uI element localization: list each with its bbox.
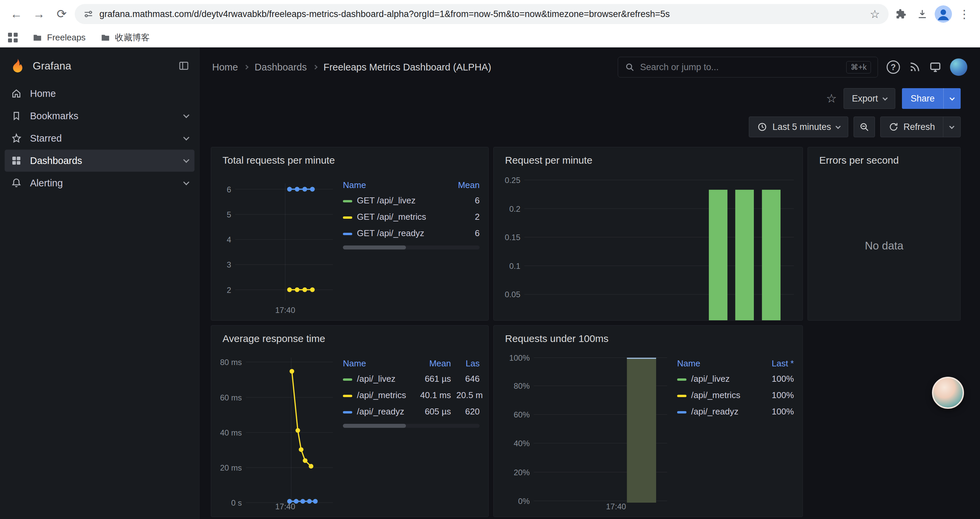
legend-column-name[interactable]: Name [340, 356, 416, 371]
refresh-button[interactable]: Refresh [880, 117, 961, 137]
dashboard-actions: ☆ Export Share [199, 87, 980, 110]
breadcrumb-dashboards[interactable]: Dashboards [255, 62, 307, 73]
legend-column-last[interactable]: Las [453, 356, 482, 371]
search-input[interactable]: Search or jump to... ⌘+k [618, 57, 878, 77]
breadcrumb: Home Dashboards Freeleaps Metrics Dashbo… [212, 62, 492, 73]
series-swatch [677, 411, 686, 414]
series-name[interactable]: /api/_readyz [357, 406, 404, 417]
legend-row[interactable]: GET /api/_readyz 6 [340, 225, 482, 241]
back-button[interactable]: ← [7, 4, 26, 24]
panel-legend: Name Mean Las /api/_livez 661 µs 646 [336, 350, 483, 512]
chevron-down-icon[interactable] [183, 179, 189, 185]
profile-avatar[interactable] [935, 5, 952, 23]
svg-text:17:40: 17:40 [275, 502, 295, 511]
svg-text:5: 5 [227, 210, 231, 219]
svg-text:0.2: 0.2 [509, 204, 520, 213]
bell-icon [11, 178, 22, 188]
svg-text:0 s: 0 s [231, 498, 242, 507]
legend-row[interactable]: /api/_metrics 40.1 ms 20.5 m [340, 387, 482, 404]
legend-row[interactable]: /api/_metrics 100% [675, 387, 797, 404]
floating-avatar[interactable] [932, 377, 964, 409]
search-icon [625, 62, 635, 72]
panel-title[interactable]: Requests under 100ms [494, 326, 803, 350]
bookmark-folder-freeleaps[interactable]: Freeleaps [32, 32, 86, 43]
legend-scrollbar[interactable] [343, 246, 480, 249]
brand-title: Grafana [33, 60, 72, 72]
sidebar-item-dashboards[interactable]: Dashboards [5, 150, 194, 172]
sidebar-item-home[interactable]: Home [5, 83, 194, 105]
refresh-icon [889, 122, 899, 132]
time-controls: Last 5 minutes Refresh [199, 116, 980, 137]
series-name[interactable]: /api/_metrics [691, 390, 740, 400]
series-name[interactable]: /api/_readyz [691, 406, 738, 417]
dashboard-grid: Total requests per minute 6543217:40 Nam… [199, 137, 980, 519]
reload-icon: ⟳ [57, 7, 67, 21]
help-icon[interactable]: ? [886, 61, 900, 74]
series-name[interactable]: GET /api/_readyz [357, 228, 424, 238]
zoom-out-button[interactable] [854, 117, 875, 137]
user-avatar[interactable] [950, 58, 967, 76]
legend-scrollbar[interactable] [343, 424, 480, 428]
extensions-icon[interactable] [892, 5, 910, 23]
series-name[interactable]: /api/_metrics [357, 390, 406, 400]
bookmark-star-icon[interactable]: ☆ [870, 7, 880, 21]
panel-title[interactable]: Average response time [211, 326, 488, 350]
scrollbar-thumb[interactable] [343, 246, 406, 249]
apps-grid-icon[interactable] [8, 33, 18, 42]
bookmark-folder-blogs[interactable]: 收藏博客 [100, 32, 150, 43]
chevron-down-icon[interactable] [183, 134, 189, 140]
browser-menu-icon[interactable]: ⋮ [955, 5, 973, 23]
chevron-down-icon[interactable] [183, 112, 189, 118]
refresh-label: Refresh [903, 122, 935, 132]
time-range-picker[interactable]: Last 5 minutes [749, 117, 849, 137]
panel-title[interactable]: Request per minute [494, 147, 803, 171]
legend-row[interactable]: GET /api/_metrics 2 [340, 209, 482, 225]
series-name[interactable]: GET /api/_metrics [357, 212, 426, 222]
legend-row[interactable]: /api/_livez 100% [675, 371, 797, 387]
series-name[interactable]: /api/_livez [357, 374, 396, 384]
bookmark-icon [11, 110, 22, 121]
downloads-icon[interactable] [913, 5, 931, 23]
svg-text:60%: 60% [514, 410, 530, 419]
series-mean: 605 µs [416, 404, 453, 420]
breadcrumb-home[interactable]: Home [212, 62, 238, 73]
legend-row[interactable]: /api/_readyz 100% [675, 404, 797, 420]
sidebar-item-bookmarks[interactable]: Bookmarks [5, 105, 194, 127]
refresh-interval-dropdown[interactable] [943, 117, 960, 137]
share-label[interactable]: Share [902, 88, 943, 109]
scrollbar-thumb[interactable] [343, 424, 406, 428]
grafana-logo[interactable] [10, 58, 25, 73]
legend-row[interactable]: GET /api/_livez 6 [340, 192, 482, 209]
legend-column-last[interactable]: Last * [760, 356, 797, 371]
share-button[interactable]: Share [902, 88, 961, 109]
legend-row[interactable]: /api/_livez 661 µs 646 [340, 371, 482, 387]
forward-button[interactable]: → [29, 4, 49, 24]
legend-row[interactable]: /api/_readyz 605 µs 620 [340, 404, 482, 420]
legend-column-mean[interactable]: Mean [416, 356, 453, 371]
share-dropdown[interactable] [943, 88, 961, 109]
sidebar-item-alerting[interactable]: Alerting [5, 172, 194, 194]
series-name[interactable]: GET /api/_livez [357, 195, 415, 205]
export-button[interactable]: Export [843, 88, 895, 109]
legend-column-mean[interactable]: Mean [445, 178, 482, 192]
display-icon[interactable] [929, 61, 941, 73]
url-text[interactable]: grafana.mathmast.com/d/deytv4rwavabkb/fr… [99, 9, 864, 19]
panel-title[interactable]: Total requests per minute [211, 147, 488, 171]
time-range-label: Last 5 minutes [773, 122, 831, 132]
series-name[interactable]: /api/_livez [691, 374, 730, 384]
panel-title[interactable]: Errors per second [808, 147, 960, 171]
site-settings-icon[interactable] [83, 9, 94, 19]
series-mean: 40.1 ms [416, 387, 453, 404]
series-mean: 2 [445, 209, 482, 225]
legend-column-name[interactable]: Name [340, 178, 445, 192]
series-swatch [343, 411, 352, 414]
news-rss-icon[interactable] [908, 61, 921, 73]
legend-column-name[interactable]: Name [675, 356, 760, 371]
reload-button[interactable]: ⟳ [52, 4, 72, 24]
sidebar-item-starred[interactable]: Starred [5, 127, 194, 149]
sidebar-collapse-icon[interactable] [178, 61, 189, 71]
sidebar: Grafana Home Bookmarks [0, 48, 199, 519]
favorite-star-icon[interactable]: ☆ [826, 91, 837, 105]
address-bar[interactable]: grafana.mathmast.com/d/deytv4rwavabkb/fr… [75, 4, 889, 24]
chevron-down-icon[interactable] [183, 156, 189, 163]
